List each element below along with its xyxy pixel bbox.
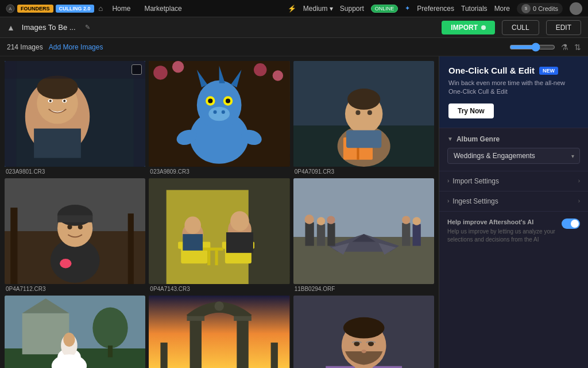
arrow-right-icon: › xyxy=(578,178,580,184)
svg-point-30 xyxy=(214,110,217,114)
online-badge: ONLINE xyxy=(371,5,399,13)
image-card[interactable] xyxy=(293,296,434,368)
ingest-settings-label: Ingest Settings xyxy=(452,197,498,205)
preferences-link[interactable]: Preferences xyxy=(417,5,454,13)
more-link[interactable]: More xyxy=(494,5,510,13)
try-now-button[interactable]: Try Now xyxy=(448,103,494,118)
panel-subtitle: Win back even more time with the all-new… xyxy=(448,79,579,97)
filter-icon[interactable]: ⚗ xyxy=(561,43,568,52)
svg-point-84 xyxy=(327,216,335,224)
svg-point-55 xyxy=(67,225,72,229)
credits-label: 0 Credits xyxy=(533,5,558,12)
svg-point-11 xyxy=(63,99,65,102)
image-filename: 0P4A7112.CR3 xyxy=(5,286,145,292)
image-card[interactable]: 023A9801.CR3 xyxy=(5,61,145,175)
panel-title: One-Click Cull & Edit xyxy=(448,66,535,75)
svg-rect-71 xyxy=(226,232,253,253)
svg-point-117 xyxy=(354,342,359,346)
svg-text:A: A xyxy=(9,6,12,12)
credits-icon: $ xyxy=(521,4,531,13)
edit-album-icon[interactable]: ✎ xyxy=(85,24,90,31)
tutorials-link[interactable]: Tutorials xyxy=(461,5,488,13)
home-link[interactable]: Home xyxy=(107,5,135,13)
svg-point-7 xyxy=(37,76,78,99)
support-link[interactable]: Support xyxy=(340,5,364,13)
founders-logo[interactable]: FOUNDERS xyxy=(17,5,53,13)
image-card[interactable]: 0P4A7143.CR3 xyxy=(149,178,289,292)
chevron-right-ingest: › xyxy=(447,198,449,204)
image-card[interactable]: 023A9809.CR3 xyxy=(149,61,289,175)
chevron-right-import: › xyxy=(447,178,449,184)
svg-point-99 xyxy=(63,332,75,347)
nav-right: ⚡ Medium ▾ Support ONLINE ✦ Preferences … xyxy=(288,2,582,15)
image-card[interactable]: 0P4A7091.CR3 xyxy=(293,61,434,175)
svg-point-82 xyxy=(317,217,325,225)
svg-point-70 xyxy=(230,211,249,231)
sub-nav: ▲ Images To Be ... ✎ IMPORT CULL EDIT xyxy=(0,17,588,38)
image-card[interactable]: 0P4A7112.CR3 xyxy=(5,178,145,292)
home-icon: ⌂ xyxy=(99,4,103,13)
genre-select[interactable]: Weddings & Engagements xyxy=(447,148,580,164)
speed-selector[interactable]: Medium ▾ xyxy=(303,5,333,13)
image-count: 214 Images xyxy=(7,43,43,51)
svg-rect-103 xyxy=(190,319,202,368)
edit-button[interactable]: EDIT xyxy=(546,20,581,35)
svg-point-94 xyxy=(92,307,127,348)
main-layout: 023A9801.CR3 xyxy=(0,56,588,368)
svg-point-31 xyxy=(222,110,225,114)
svg-rect-14 xyxy=(5,61,145,79)
import-settings-link[interactable]: › Import Settings › xyxy=(439,171,588,191)
help-toggle[interactable] xyxy=(562,218,580,229)
logo-group: A FOUNDERS CULLING 2.0 xyxy=(6,4,94,13)
zoom-slider-group xyxy=(509,43,555,52)
import-dot xyxy=(481,25,486,30)
cull-button[interactable]: CULL xyxy=(502,20,539,35)
svg-point-56 xyxy=(78,225,83,229)
section-header[interactable]: ▼ Album Genre xyxy=(447,135,580,143)
folder-icon: ▲ xyxy=(7,23,15,32)
culling-logo[interactable]: CULLING 2.0 xyxy=(56,5,94,13)
ingest-settings-link[interactable]: › Ingest Settings › xyxy=(439,191,588,212)
svg-point-27 xyxy=(208,98,213,103)
svg-point-19 xyxy=(273,70,283,80)
top-nav: A FOUNDERS CULLING 2.0 ⌂ Home Marketplac… xyxy=(0,0,588,17)
svg-point-21 xyxy=(197,80,242,130)
svg-rect-65 xyxy=(215,251,218,266)
album-genre-title: Album Genre xyxy=(457,135,500,143)
svg-point-40 xyxy=(355,110,360,115)
avatar[interactable] xyxy=(570,2,582,15)
image-filename: 0P4A7143.CR3 xyxy=(149,286,289,292)
image-card[interactable] xyxy=(5,296,145,368)
svg-point-16 xyxy=(154,66,168,80)
add-more-link[interactable]: Add More Images xyxy=(49,43,103,51)
panel-header: One-Click Cull & Edit NEW Win back even … xyxy=(439,56,588,128)
svg-point-118 xyxy=(368,342,373,346)
svg-rect-53 xyxy=(57,215,92,222)
import-button[interactable]: IMPORT xyxy=(442,21,495,34)
credits-group[interactable]: $ 0 Credits xyxy=(517,3,563,14)
svg-rect-44 xyxy=(346,131,381,148)
image-filename: 0P4A7091.CR3 xyxy=(293,168,434,175)
image-grid: 023A9801.CR3 xyxy=(0,56,439,368)
zoom-slider[interactable] xyxy=(509,43,555,52)
image-card[interactable]: 11BB0294.ORF xyxy=(293,178,434,292)
svg-rect-81 xyxy=(317,224,325,246)
help-section: Help improve Aftershoot's AI Help us imp… xyxy=(439,212,588,251)
right-panel: One-Click Cull & Edit NEW Win back even … xyxy=(439,56,588,368)
svg-point-18 xyxy=(254,63,266,76)
app-icon: A xyxy=(6,4,15,13)
new-badge: NEW xyxy=(539,67,558,75)
marketplace-link[interactable]: Marketplace xyxy=(140,5,186,13)
svg-rect-109 xyxy=(271,343,278,368)
image-card[interactable] xyxy=(149,296,289,368)
svg-point-116 xyxy=(343,317,385,339)
svg-point-29 xyxy=(209,107,230,121)
svg-point-17 xyxy=(172,61,184,72)
sort-icon[interactable]: ⇅ xyxy=(574,43,581,52)
import-label: IMPORT xyxy=(451,24,478,32)
select-checkbox[interactable] xyxy=(131,64,142,75)
svg-rect-64 xyxy=(208,251,211,266)
album-name: Images To Be ... xyxy=(22,23,76,32)
svg-rect-87 xyxy=(412,224,420,246)
svg-rect-49 xyxy=(128,213,134,284)
